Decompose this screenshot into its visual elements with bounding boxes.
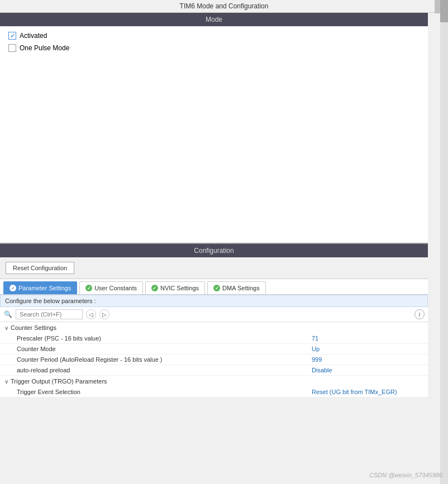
main-container: TIM6 Mode and Configuration × Mode Activ… [0, 0, 448, 397]
param-value-counter-mode[interactable]: Up [312, 346, 423, 352]
window-title: TIM6 Mode and Configuration [180, 2, 269, 10]
params-content: ∨ Counter Settings Prescaler (PSC - 16 b… [0, 322, 428, 397]
param-name-counter-mode: Counter Mode [17, 346, 312, 352]
scrollbar[interactable] [440, 0, 448, 484]
prev-nav-button[interactable]: ◁ [86, 309, 96, 319]
param-name-trigger-event: Trigger Event Selection [17, 389, 312, 395]
trgo-group-header[interactable]: ∨ Trigger Output (TRGO) Parameters [0, 376, 428, 387]
one-pulse-label: One Pulse Mode [20, 44, 69, 52]
activated-row: Activated [8, 32, 420, 40]
tab-check-nvic: ✓ [151, 285, 158, 291]
param-name-counter-period: Counter Period (AutoReload Register - 16… [17, 356, 312, 363]
param-value-counter-period[interactable]: 999 [312, 356, 423, 363]
tab-check-user: ✓ [85, 285, 92, 291]
param-row-counter-period: Counter Period (AutoReload Register - 16… [0, 354, 428, 365]
search-icon: 🔍 [3, 310, 12, 319]
tabs-row: ✓ Parameter Settings ✓ User Constants ✓ … [0, 279, 428, 295]
search-toolbar: 🔍 ◁ ▷ i [0, 307, 428, 322]
tab-label-nvic: NVIC Settings [160, 285, 199, 291]
watermark: CSDN @weixin_57345986 [369, 472, 442, 478]
param-row-auto-reload: auto-reload preload Disable [0, 365, 428, 376]
param-value-trigger-event[interactable]: Reset (UG bit from TIMx_EGR) [312, 389, 423, 395]
param-row-trigger-event: Trigger Event Selection Reset (UG bit fr… [0, 387, 428, 397]
tab-label-user: User Constants [94, 285, 137, 291]
next-nav-button[interactable]: ▷ [99, 309, 109, 319]
param-value-prescaler[interactable]: 71 [312, 335, 423, 342]
tab-check-parameter: ✓ [9, 285, 16, 291]
param-name-auto-reload: auto-reload preload [17, 367, 312, 373]
tab-check-dma: ✓ [213, 285, 220, 291]
one-pulse-checkbox[interactable] [8, 44, 16, 52]
scrollbar-thumb[interactable] [440, 0, 448, 22]
tab-parameter-settings[interactable]: ✓ Parameter Settings [3, 281, 77, 294]
activated-label: Activated [20, 32, 47, 40]
one-pulse-row: One Pulse Mode [8, 44, 420, 52]
tab-label-dma: DMA Settings [222, 285, 260, 291]
param-value-auto-reload[interactable]: Disable [312, 367, 423, 373]
tab-nvic-settings[interactable]: ✓ NVIC Settings [145, 281, 205, 294]
reset-configuration-button[interactable]: Reset Configuration [6, 262, 74, 274]
content-area: Mode Activated One Pulse Mode Configurat… [0, 13, 428, 397]
counter-settings-group-header[interactable]: ∨ Counter Settings [0, 322, 428, 333]
info-icon[interactable]: i [414, 309, 425, 319]
tab-user-constants[interactable]: ✓ User Constants [79, 281, 143, 294]
param-row-counter-mode: Counter Mode Up [0, 344, 428, 354]
config-section-header: Configuration [0, 244, 428, 257]
param-row-prescaler: Prescaler (PSC - 16 bits value) 71 [0, 333, 428, 344]
config-info-bar: Configure the below parameters : [0, 295, 428, 307]
trgo-label: Trigger Output (TRGO) Parameters [11, 378, 107, 385]
mode-section: Activated One Pulse Mode [0, 26, 428, 244]
counter-settings-label: Counter Settings [11, 324, 56, 331]
tab-dma-settings[interactable]: ✓ DMA Settings [207, 281, 266, 294]
activated-checkbox[interactable] [8, 32, 16, 40]
title-bar: TIM6 Mode and Configuration × [0, 0, 448, 13]
search-input[interactable] [16, 309, 83, 319]
config-toolbar: Reset Configuration [0, 257, 428, 279]
mode-section-header: Mode [0, 13, 428, 26]
tab-label-parameter: Parameter Settings [18, 285, 71, 291]
trgo-chevron: ∨ [4, 378, 8, 385]
param-name-prescaler: Prescaler (PSC - 16 bits value) [17, 335, 312, 342]
counter-settings-chevron: ∨ [4, 325, 8, 331]
